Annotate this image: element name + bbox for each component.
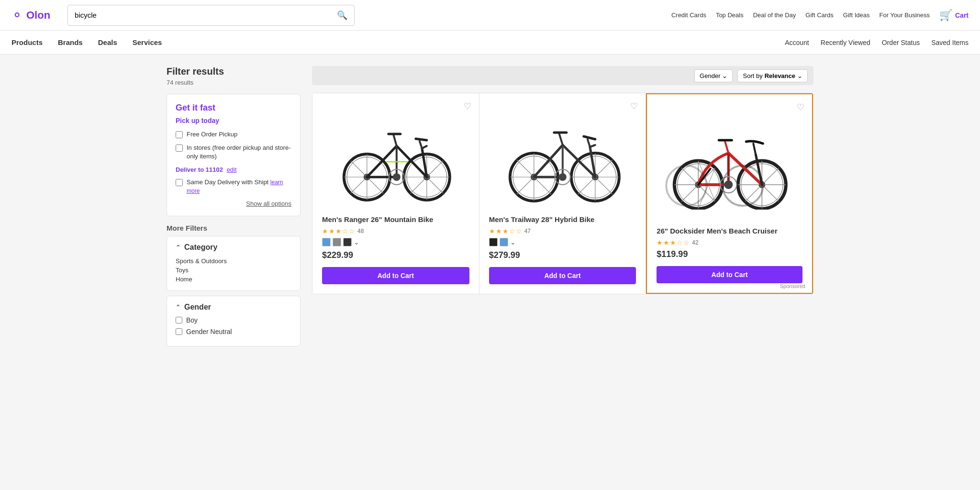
svg-point-77: [724, 180, 733, 189]
product-card-3: ♡: [646, 93, 813, 294]
svg-point-24: [393, 173, 401, 181]
stars-row-3: ★★★☆☆ 42: [657, 239, 802, 246]
review-count-1: 48: [357, 228, 364, 234]
swatch-dropdown-2[interactable]: ⌄: [510, 238, 516, 246]
in-stores-checkbox[interactable]: [176, 145, 183, 152]
product-image-1: [322, 103, 469, 208]
category-label: Category: [184, 243, 217, 252]
main-navigation: Products Brands Deals Services Account R…: [0, 31, 980, 55]
search-input[interactable]: [68, 6, 330, 24]
swatch-grey-1[interactable]: [333, 238, 341, 246]
nav-gift-ideas[interactable]: Gift Ideas: [843, 11, 870, 19]
product-title-3: 26" Docksider Men's Beach Cruiser: [657, 226, 802, 236]
free-order-pickup-checkbox[interactable]: [176, 131, 183, 138]
nav-services[interactable]: Services: [133, 38, 162, 46]
stars-2: ★★★☆☆: [489, 227, 523, 235]
review-count-3: 42: [692, 239, 698, 246]
sort-by-button[interactable]: Sort by Relevance ⌄: [737, 69, 808, 82]
content-area: Filter results 74 results Get it fast Pi…: [155, 55, 825, 359]
cart-button[interactable]: 🛒 Cart: [939, 9, 969, 22]
nav-recently-viewed[interactable]: Recently Viewed: [821, 39, 870, 46]
category-sports-outdoors[interactable]: Sports & Outdoors: [176, 256, 291, 266]
nav-for-your-business[interactable]: For Your Business: [879, 11, 930, 19]
add-to-cart-button-3[interactable]: Add to Cart: [657, 266, 802, 283]
products-area: Gender ⌄ Sort by Relevance ⌄ ♡: [312, 66, 813, 347]
nav-gift-cards[interactable]: Gift Cards: [805, 11, 834, 19]
cart-icon: 🛒: [939, 9, 952, 22]
nav-brands[interactable]: Brands: [58, 38, 83, 46]
nav-account[interactable]: Account: [785, 39, 809, 46]
in-stores-label: In stores (free order pickup and store-o…: [187, 144, 291, 161]
same-day-label: Same Day Delivery with Shipt learn more: [187, 178, 291, 195]
filter-title: Filter results: [167, 66, 301, 77]
sponsored-badge: Sponsored: [780, 283, 805, 289]
bike-image-2: [489, 108, 636, 203]
gender-filter-button[interactable]: Gender ⌄: [694, 69, 733, 82]
pick-up-today-link[interactable]: Pick up today: [176, 117, 291, 124]
search-button[interactable]: 🔍: [330, 5, 354, 25]
nav-deals[interactable]: Deals: [98, 38, 117, 46]
gender-header[interactable]: ⌃ Gender: [176, 303, 291, 312]
same-day-checkbox[interactable]: [176, 179, 183, 186]
search-icon: 🔍: [337, 11, 347, 20]
product-price-2: $279.99: [489, 250, 636, 260]
stars-1: ★★★☆☆: [322, 227, 356, 235]
logo-text: Olon: [26, 9, 50, 22]
result-count: 74 results: [167, 79, 301, 86]
gender-neutral-checkbox[interactable]: [176, 328, 182, 335]
free-order-pickup-row: Free Order Pickup: [176, 130, 291, 139]
category-header[interactable]: ⌃ Category: [176, 243, 291, 252]
svg-point-51: [558, 173, 566, 181]
add-to-cart-button-2[interactable]: Add to Cart: [489, 267, 636, 284]
logo-icon: ⚬: [11, 7, 22, 23]
main-nav-left: Products Brands Deals Services: [11, 38, 162, 46]
gender-boy-checkbox[interactable]: [176, 317, 182, 323]
logo[interactable]: ⚬ Olon: [11, 7, 50, 23]
review-count-2: 47: [524, 228, 531, 234]
nav-credit-cards[interactable]: Credit Cards: [671, 11, 706, 19]
swatch-black-1[interactable]: [343, 238, 352, 246]
svg-line-45: [558, 133, 562, 145]
swatch-dropdown-1[interactable]: ⌄: [354, 238, 359, 246]
color-swatches-1: ⌄: [322, 238, 469, 246]
nav-products[interactable]: Products: [11, 38, 43, 46]
show-all-options[interactable]: Show all options: [176, 200, 291, 207]
deliver-label: Deliver to 11102: [176, 166, 223, 173]
sort-value: Relevance: [765, 72, 795, 79]
nav-order-status[interactable]: Order Status: [882, 39, 920, 46]
nav-top-deals[interactable]: Top Deals: [716, 11, 744, 19]
search-bar: 🔍: [67, 5, 355, 26]
wishlist-button-3[interactable]: ♡: [797, 102, 804, 112]
product-card-1: ♡: [312, 93, 479, 294]
category-toys[interactable]: Toys: [176, 266, 291, 275]
bike-image-1: [322, 108, 469, 203]
gender-neutral-row: Gender Neutral: [176, 328, 291, 335]
same-day-row: Same Day Delivery with Shipt learn more: [176, 178, 291, 195]
category-home[interactable]: Home: [176, 275, 291, 284]
bike-image-3: [657, 114, 802, 210]
sort-by-label: Sort by: [743, 72, 762, 79]
products-grid: ♡: [312, 93, 813, 294]
main-nav-right: Account Recently Viewed Order Status Sav…: [785, 39, 969, 46]
svg-line-23: [416, 139, 427, 140]
edit-zip-link[interactable]: edit: [227, 166, 237, 173]
swatch-blue-1[interactable]: [322, 238, 331, 246]
products-header: Gender ⌄ Sort by Relevance ⌄: [312, 66, 813, 85]
gender-filter-chevron: ⌄: [722, 72, 727, 79]
svg-line-76: [754, 144, 756, 155]
product-image-2: [489, 103, 636, 208]
category-filter: ⌃ Category Sports & Outdoors Toys Home: [167, 236, 301, 291]
swatch-blue-2[interactable]: [500, 238, 508, 246]
get-it-fast-label: Get it fast: [176, 103, 291, 113]
wishlist-button-2[interactable]: ♡: [630, 101, 638, 111]
more-filters-label: More Filters: [167, 224, 301, 232]
product-image-3: [657, 104, 802, 220]
add-to-cart-button-1[interactable]: Add to Cart: [322, 267, 469, 284]
swatch-black-2[interactable]: [489, 238, 498, 246]
nav-deal-of-the-day[interactable]: Deal of the Day: [753, 11, 796, 19]
nav-saved-items[interactable]: Saved Items: [931, 39, 969, 46]
wishlist-button-1[interactable]: ♡: [464, 101, 471, 111]
in-stores-row: In stores (free order pickup and store-o…: [176, 144, 291, 161]
gender-neutral-label: Gender Neutral: [186, 328, 232, 335]
product-price-1: $229.99: [322, 250, 469, 260]
